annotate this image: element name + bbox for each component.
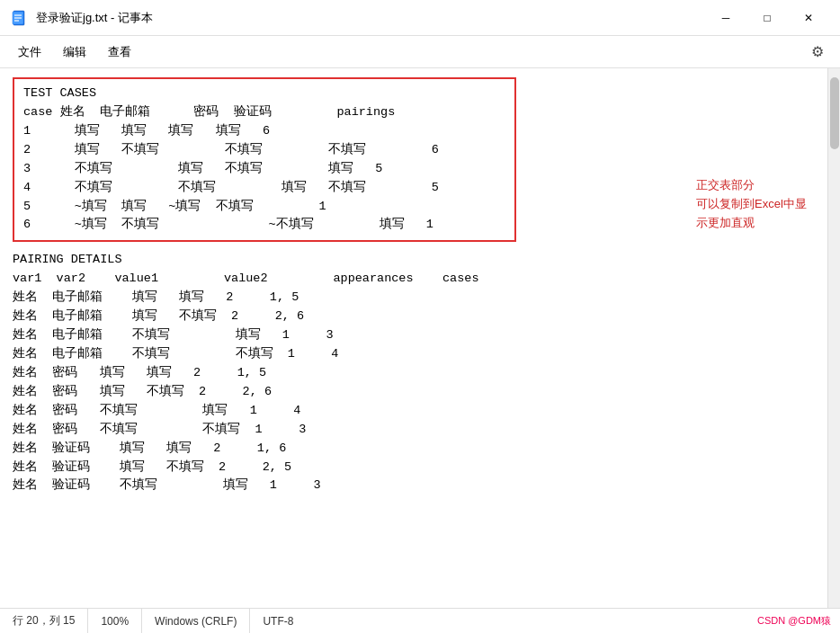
- test-cases-section: TEST CASES case 姓名 电子邮箱 密码 验证码 pairings …: [13, 77, 516, 242]
- pairing-details-content: PAIRING DETAILS var1 var2 value1 value2 …: [13, 251, 671, 495]
- charset: UTF-8: [250, 609, 306, 633]
- test-cases-content: TEST CASES case 姓名 电子邮箱 密码 验证码 pairings …: [23, 85, 505, 235]
- menu-view[interactable]: 查看: [97, 39, 142, 66]
- title-bar: 登录验证jg.txt - 记事本 ─ □ ✕: [0, 0, 840, 36]
- annotation-line1: 正交表部分: [696, 176, 815, 195]
- menu-edit[interactable]: 编辑: [52, 39, 97, 66]
- settings-icon[interactable]: ⚙: [802, 38, 833, 66]
- menu-file[interactable]: 文件: [7, 39, 52, 66]
- line-ending: Windows (CRLF): [142, 609, 250, 633]
- close-button[interactable]: ✕: [788, 4, 829, 32]
- app-icon: [11, 9, 29, 27]
- maximize-button[interactable]: □: [746, 4, 788, 32]
- right-annotation: 正交表部分 可以复制到Excel中显示更加直观: [684, 68, 827, 608]
- zoom-level: 100%: [88, 609, 142, 633]
- menu-bar: 文件 编辑 查看 ⚙: [0, 36, 840, 68]
- annotation-line2: 可以复制到Excel中显示更加直观: [696, 195, 815, 233]
- scrollbar-thumb[interactable]: [830, 77, 839, 149]
- window-title: 登录验证jg.txt - 记事本: [36, 10, 705, 26]
- window-controls: ─ □ ✕: [705, 4, 829, 32]
- minimize-button[interactable]: ─: [705, 4, 746, 32]
- status-bar: 行 20，列 15 100% Windows (CRLF) UTF-8 CSDN…: [0, 608, 840, 633]
- branding: CSDN @GDM猿: [757, 614, 831, 628]
- cursor-position: 行 20，列 15: [9, 609, 88, 633]
- scrollbar-track[interactable]: [827, 68, 840, 608]
- main-content: TEST CASES case 姓名 电子邮箱 密码 验证码 pairings …: [0, 68, 840, 608]
- editor-area[interactable]: TEST CASES case 姓名 电子邮箱 密码 验证码 pairings …: [0, 68, 684, 608]
